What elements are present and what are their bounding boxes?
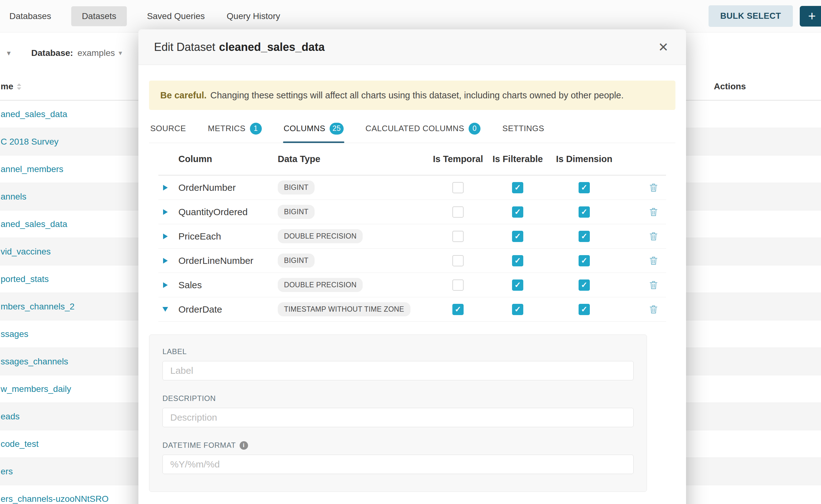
column-detail-panel: LABEL DESCRIPTION DATETIME FORMAT i (149, 334, 647, 492)
nav-tab-saved-queries[interactable]: Saved Queries (145, 6, 206, 26)
is-temporal-checkbox[interactable] (453, 255, 464, 266)
dataset-link[interactable]: mbers_channels_2 (1, 302, 75, 312)
trash-icon (649, 183, 658, 193)
delete-column-button[interactable] (647, 303, 660, 316)
is-dimension-checkbox[interactable]: ✓ (579, 206, 590, 218)
trash-icon (649, 256, 658, 266)
dataset-link[interactable]: aned_sales_data (1, 109, 67, 119)
dataset-link[interactable]: ers_channels-uzooNNtSRO (1, 494, 109, 504)
is-temporal-checkbox[interactable]: ✓ (453, 304, 464, 315)
dataset-link[interactable]: ssages_channels (1, 357, 68, 367)
description-field-label: DESCRIPTION (162, 394, 634, 403)
chevron-down-icon[interactable]: ▾ (7, 49, 11, 57)
is-filterable-header: Is Filterable (485, 154, 551, 164)
delete-column-button[interactable] (647, 278, 660, 292)
column-name: Sales (172, 280, 275, 290)
is-filterable-checkbox[interactable]: ✓ (512, 182, 523, 193)
nav-tab-label: Saved Queries (147, 11, 205, 21)
dataset-link[interactable]: eads (1, 412, 20, 422)
is-filterable-checkbox[interactable]: ✓ (512, 279, 523, 291)
is-filterable-checkbox[interactable]: ✓ (512, 304, 523, 315)
column-name: PriceEach (172, 231, 275, 242)
delete-column-button[interactable] (647, 230, 660, 243)
delete-column-button[interactable] (647, 254, 660, 268)
warning-banner: Be careful. Changing these settings will… (149, 81, 675, 110)
expand-caret-icon[interactable] (158, 258, 172, 264)
edit-dataset-modal: Edit Datasetcleaned_sales_data ✕ Be care… (138, 29, 686, 504)
dataset-link[interactable]: annel_members (1, 164, 63, 174)
is-dimension-checkbox[interactable]: ✓ (579, 182, 590, 193)
label-field-label: LABEL (162, 347, 634, 356)
is-filterable-checkbox[interactable]: ✓ (512, 206, 523, 218)
database-filter-value[interactable]: examples (77, 48, 115, 58)
dataset-link[interactable]: C 2018 Survey (1, 137, 58, 147)
tab-settings[interactable]: SETTINGS (502, 114, 545, 143)
tab-label: SETTINGS (502, 124, 544, 133)
modal-header: Edit Datasetcleaned_sales_data ✕ (138, 29, 686, 65)
nav-tab-label: Query History (227, 11, 280, 21)
tab-label: SOURCE (150, 124, 186, 133)
expand-caret-icon[interactable] (158, 307, 172, 312)
label-input[interactable] (162, 361, 634, 380)
datetime-format-input[interactable] (162, 455, 634, 474)
delete-column-button[interactable] (647, 205, 660, 219)
trash-icon (649, 304, 658, 314)
tab-label: CALCULATED COLUMNS (365, 124, 464, 133)
data-type-badge: TIMESTAMP WITHOUT TIME ZONE (278, 302, 410, 316)
tab-source[interactable]: SOURCE (150, 114, 186, 143)
expand-caret-icon[interactable] (158, 209, 172, 215)
bulk-select-button[interactable]: BULK SELECT (709, 5, 793, 27)
is-temporal-checkbox[interactable] (453, 231, 464, 242)
dataset-link[interactable]: annels (1, 192, 27, 202)
expand-caret-icon[interactable] (158, 185, 172, 190)
dataset-link[interactable]: w_members_daily (1, 384, 71, 394)
data-type-badge: BIGINT (278, 205, 314, 219)
tab-metrics[interactable]: METRICS 1 (207, 114, 262, 143)
sort-icon[interactable] (17, 83, 21, 90)
plus-icon: + (808, 10, 816, 23)
nav-tab-datasets[interactable]: Datasets (71, 6, 127, 26)
column-header: Column (172, 154, 275, 164)
description-input[interactable] (162, 408, 634, 427)
tab-columns[interactable]: COLUMNS 25 (283, 114, 344, 143)
tab-badge: 0 (469, 123, 481, 135)
dataset-link[interactable]: aned_sales_data (1, 219, 67, 229)
expand-caret-icon[interactable] (158, 282, 172, 288)
columns-table: Column Data Type Is Temporal Is Filterab… (158, 143, 666, 322)
modal-title-prefix: Edit Dataset (154, 41, 215, 53)
add-button[interactable]: + (800, 6, 821, 27)
close-icon[interactable]: ✕ (656, 41, 670, 54)
nav-tab-query-history[interactable]: Query History (225, 6, 282, 26)
tab-calculated-columns[interactable]: CALCULATED COLUMNS 0 (365, 114, 481, 143)
dataset-link[interactable]: vid_vaccines (1, 247, 51, 257)
modal-body: Be careful. Changing these settings will… (138, 81, 686, 492)
columns-rows: OrderNumber BIGINT ✓ ✓ (158, 175, 666, 322)
column-row-sales: Sales DOUBLE PRECISION ✓ ✓ (158, 273, 666, 297)
column-row-quantityordered: QuantityOrdered BIGINT ✓ ✓ (158, 200, 666, 224)
column-name: OrderLineNumber (172, 255, 275, 266)
expand-caret-icon[interactable] (158, 234, 172, 239)
dataset-link[interactable]: ers (1, 467, 13, 477)
is-dimension-checkbox[interactable]: ✓ (579, 231, 590, 242)
column-name: OrderDate (172, 304, 275, 315)
is-dimension-checkbox[interactable]: ✓ (579, 279, 590, 291)
dataset-link[interactable]: ssages (1, 329, 28, 339)
chevron-down-icon[interactable]: ▾ (119, 49, 122, 57)
is-temporal-checkbox[interactable] (453, 279, 464, 291)
modal-tab-bar: SOURCE METRICS 1 COLUMNS 25 CALCULATED C… (149, 114, 675, 143)
tab-badge: 1 (250, 123, 262, 135)
is-filterable-checkbox[interactable]: ✓ (512, 231, 523, 242)
is-temporal-checkbox[interactable] (453, 206, 464, 218)
data-type-header: Data Type (275, 154, 432, 164)
top-navigation: Databases Datasets Saved Queries Query H… (0, 0, 821, 32)
is-filterable-checkbox[interactable]: ✓ (512, 255, 523, 266)
is-temporal-checkbox[interactable] (453, 182, 464, 193)
nav-tab-databases[interactable]: Databases (7, 6, 53, 26)
dataset-link[interactable]: ported_stats (1, 274, 49, 284)
is-dimension-checkbox[interactable]: ✓ (579, 255, 590, 266)
is-dimension-checkbox[interactable]: ✓ (579, 304, 590, 315)
info-icon[interactable]: i (240, 441, 248, 450)
dataset-link[interactable]: code_test (1, 439, 38, 449)
data-type-badge: DOUBLE PRECISION (278, 229, 363, 243)
delete-column-button[interactable] (647, 181, 660, 195)
